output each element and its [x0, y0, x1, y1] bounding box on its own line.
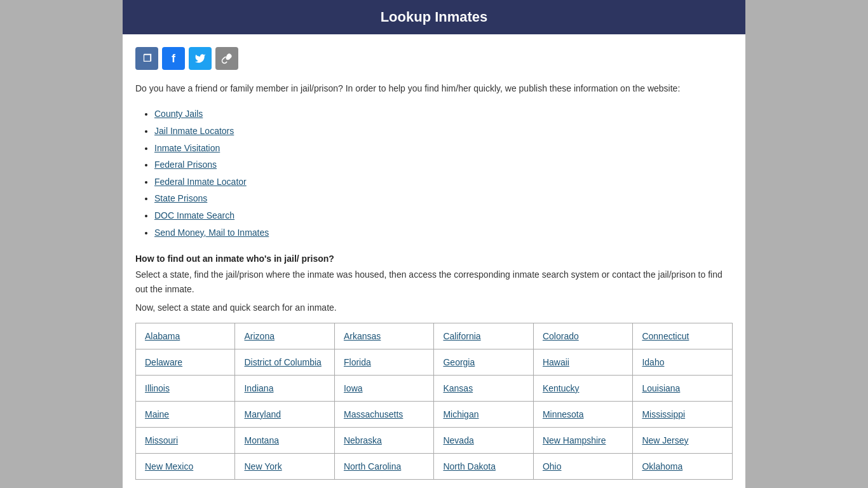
bullet-link[interactable]: Federal Inmate Locator	[154, 177, 247, 187]
bullet-link[interactable]: Inmate Visitation	[154, 143, 220, 153]
state-link[interactable]: Idaho	[642, 357, 664, 367]
table-row: MissouriMontanaNebraskaNevadaNew Hampshi…	[136, 427, 733, 453]
state-link[interactable]: California	[443, 331, 480, 341]
how-to-description: Select a state, find the jail/prison whe…	[135, 268, 733, 296]
state-link[interactable]: Georgia	[443, 357, 475, 367]
bullet-link[interactable]: State Prisons	[154, 193, 207, 203]
state-link[interactable]: New York	[244, 461, 281, 471]
copy-link-button[interactable]	[215, 47, 238, 70]
list-item: Federal Inmate Locator	[154, 173, 733, 191]
list-item: County Jails	[154, 105, 733, 123]
page-title: Lookup Inmates	[123, 0, 745, 34]
state-link[interactable]: Nevada	[443, 435, 473, 445]
how-to-section: How to find out an inmate who's in jail/…	[135, 254, 733, 313]
state-link[interactable]: Delaware	[145, 357, 182, 367]
state-link[interactable]: Hawaii	[543, 357, 569, 367]
states-table: AlabamaArizonaArkansasCaliforniaColorado…	[135, 323, 733, 480]
bullet-link[interactable]: County Jails	[154, 109, 203, 119]
state-link[interactable]: Missouri	[145, 435, 178, 445]
bullet-link[interactable]: Jail Inmate Locators	[154, 126, 234, 136]
state-link[interactable]: Ohio	[543, 461, 562, 471]
state-link[interactable]: Massachusetts	[344, 409, 403, 419]
state-link[interactable]: Montana	[244, 435, 278, 445]
state-link[interactable]: Connecticut	[642, 331, 689, 341]
facebook-button[interactable]: f	[162, 47, 185, 70]
list-item: Jail Inmate Locators	[154, 123, 733, 140]
state-link[interactable]: Kansas	[443, 383, 473, 393]
table-row: IllinoisIndianaIowaKansasKentuckyLouisia…	[136, 375, 733, 401]
social-share-bar: ❐ f	[135, 47, 733, 70]
state-link[interactable]: Colorado	[543, 331, 579, 341]
list-item: Inmate Visitation	[154, 140, 733, 157]
table-row: DelawareDistrict of ColumbiaFloridaGeorg…	[136, 349, 733, 375]
state-link[interactable]: North Carolina	[344, 461, 401, 471]
state-link[interactable]: Illinois	[145, 383, 170, 393]
intro-paragraph: Do you have a friend or family member in…	[135, 81, 733, 95]
state-link[interactable]: District of Columbia	[244, 357, 321, 367]
state-link[interactable]: Iowa	[344, 383, 363, 393]
state-link[interactable]: Arizona	[244, 331, 274, 341]
bullet-link[interactable]: Send Money, Mail to Inmates	[154, 227, 269, 238]
list-item: State Prisons	[154, 190, 733, 207]
state-link[interactable]: Minnesota	[543, 409, 584, 419]
state-link[interactable]: Arkansas	[344, 331, 381, 341]
state-link[interactable]: Kentucky	[543, 383, 580, 393]
select-state-prompt: Now, select a state and quick search for…	[135, 302, 733, 313]
state-link[interactable]: Indiana	[244, 383, 273, 393]
state-link[interactable]: New Mexico	[145, 461, 193, 471]
list-item: Send Money, Mail to Inmates	[154, 224, 733, 241]
state-link[interactable]: Michigan	[443, 409, 478, 419]
state-link[interactable]: Mississippi	[642, 409, 685, 419]
state-link[interactable]: Maine	[145, 409, 169, 419]
state-link[interactable]: Nebraska	[344, 435, 382, 445]
state-link[interactable]: Louisiana	[642, 383, 680, 393]
share-button[interactable]: ❐	[135, 47, 158, 70]
how-to-title: How to find out an inmate who's in jail/…	[135, 254, 733, 264]
bullet-link[interactable]: Federal Prisons	[154, 159, 217, 170]
state-link[interactable]: Alabama	[145, 331, 180, 341]
table-row: New MexicoNew YorkNorth CarolinaNorth Da…	[136, 453, 733, 479]
state-link[interactable]: North Dakota	[443, 461, 495, 471]
table-row: MaineMarylandMassachusettsMichiganMinnes…	[136, 401, 733, 427]
twitter-button[interactable]	[189, 47, 212, 70]
list-item: Federal Prisons	[154, 156, 733, 173]
bullet-link[interactable]: DOC Inmate Search	[154, 210, 234, 220]
table-row: AlabamaArizonaArkansasCaliforniaColorado…	[136, 323, 733, 349]
state-link[interactable]: Maryland	[244, 409, 281, 419]
state-link[interactable]: New Hampshire	[543, 435, 606, 445]
state-link[interactable]: New Jersey	[642, 435, 688, 445]
features-list: County JailsJail Inmate LocatorsInmate V…	[154, 105, 733, 241]
state-link[interactable]: Florida	[344, 357, 371, 367]
list-item: DOC Inmate Search	[154, 207, 733, 224]
state-link[interactable]: Oklahoma	[642, 461, 682, 471]
